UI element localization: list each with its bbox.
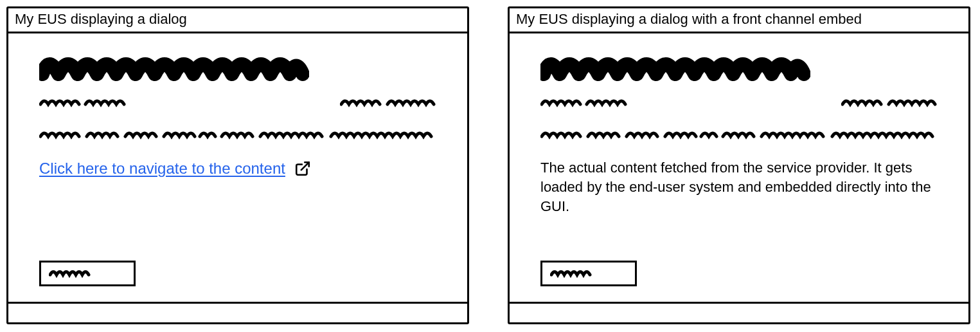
- external-link-icon: [294, 160, 311, 177]
- redacted-row-1: [540, 97, 938, 108]
- embedded-content-text: The actual content fetched from the serv…: [540, 158, 938, 216]
- redacted-text-right: [841, 97, 938, 108]
- window-footer-right: [510, 302, 968, 322]
- window-dialog-left: My EUS displaying a dialog: [6, 6, 469, 324]
- redacted-heading: [540, 51, 938, 82]
- window-title-right: My EUS displaying a dialog with a front …: [510, 8, 968, 33]
- dialog-button-right[interactable]: [540, 261, 637, 286]
- redacted-heading: [39, 51, 436, 82]
- navigate-link-row: Click here to navigate to the content: [39, 160, 436, 178]
- window-footer-left: [8, 302, 467, 322]
- window-title-left: My EUS displaying a dialog: [8, 8, 467, 33]
- window-title-text-left: My EUS displaying a dialog: [15, 11, 187, 27]
- redacted-text-right: [340, 97, 436, 108]
- window-dialog-right: My EUS displaying a dialog with a front …: [508, 6, 970, 324]
- redacted-text-left: [39, 97, 129, 108]
- redacted-row-1: [39, 97, 436, 108]
- redacted-text-left: [540, 97, 630, 108]
- dialog-body-right: The actual content fetched from the serv…: [510, 33, 968, 302]
- redacted-line: [39, 129, 436, 140]
- navigate-link[interactable]: Click here to navigate to the content: [39, 160, 285, 178]
- redacted-button-label: [49, 268, 126, 278]
- window-title-text-right: My EUS displaying a dialog with a front …: [516, 11, 862, 27]
- redacted-button-label: [550, 268, 627, 278]
- dialog-button-left[interactable]: [39, 261, 136, 286]
- redacted-line: [540, 129, 938, 140]
- dialog-body-left: Click here to navigate to the content: [8, 33, 467, 302]
